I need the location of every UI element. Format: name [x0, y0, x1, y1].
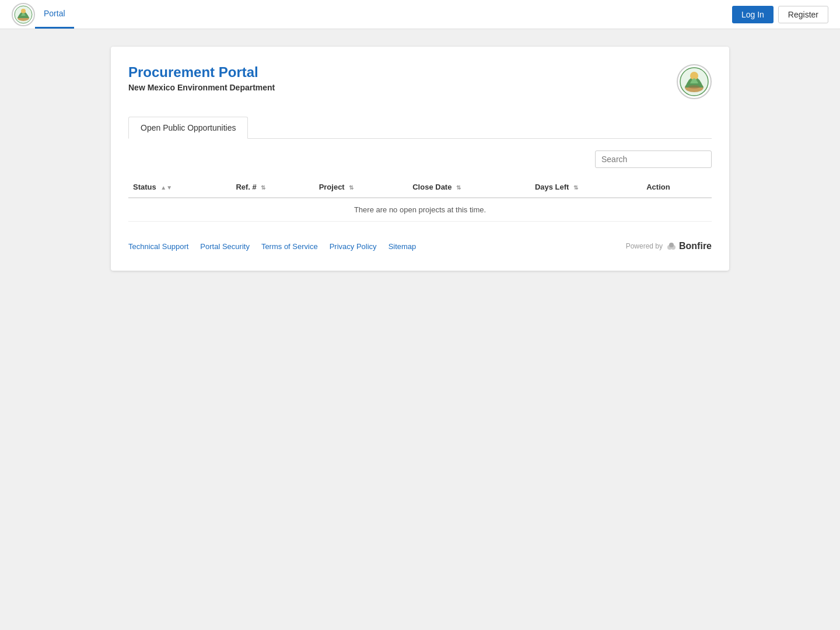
empty-row: There are no open projects at this time. [128, 198, 712, 222]
opportunities-table: Status ▲▼ Ref. # ⇅ Project ⇅ Close Date … [128, 177, 712, 222]
footer-link-terms-of-service[interactable]: Terms of Service [261, 242, 318, 251]
portal-header: Procurement Portal New Mexico Environmen… [128, 64, 712, 99]
nav-link-portal[interactable]: Portal [35, 0, 74, 29]
sort-icon-project: ⇅ [349, 184, 354, 191]
nav-links: Portal [35, 0, 74, 29]
col-status[interactable]: Status ▲▼ [128, 177, 231, 198]
portal-logo [677, 64, 712, 99]
nav-logo [12, 3, 35, 26]
sort-icon-close-date: ⇅ [456, 184, 461, 191]
search-input[interactable] [595, 150, 712, 168]
footer-link-privacy-policy[interactable]: Privacy Policy [330, 242, 377, 251]
tab-open-public-opportunities[interactable]: Open Public Opportunities [128, 117, 248, 139]
powered-by: Powered by Bonfire [626, 239, 712, 253]
table-body: There are no open projects at this time. [128, 198, 712, 222]
col-action: Action [642, 177, 712, 198]
login-button[interactable]: Log In [732, 6, 774, 23]
table-header: Status ▲▼ Ref. # ⇅ Project ⇅ Close Date … [128, 177, 712, 198]
sort-icon-status: ▲▼ [160, 184, 172, 191]
top-navigation: Portal Log In Register [0, 0, 840, 29]
portal-title: Procurement Portal [128, 64, 275, 80]
col-project[interactable]: Project ⇅ [314, 177, 408, 198]
svg-point-9 [669, 243, 674, 247]
bonfire-icon [666, 239, 677, 253]
portal-subtitle: New Mexico Environment Department [128, 83, 275, 92]
svg-point-6 [688, 85, 700, 89]
col-ref[interactable]: Ref. # ⇅ [231, 177, 314, 198]
svg-point-2 [21, 9, 26, 13]
sort-icon-days-left: ⇅ [573, 184, 578, 191]
footer-link-portal-security[interactable]: Portal Security [200, 242, 250, 251]
sort-icon-ref: ⇅ [261, 184, 265, 191]
powered-by-text: Powered by [626, 242, 663, 250]
portal-title-block: Procurement Portal New Mexico Environmen… [128, 64, 275, 92]
page-wrapper: Procurement Portal New Mexico Environmen… [99, 29, 741, 288]
register-button[interactable]: Register [778, 6, 828, 23]
nav-buttons: Log In Register [732, 6, 828, 23]
footer-link-sitemap[interactable]: Sitemap [388, 242, 416, 251]
footer-link-technical-support[interactable]: Technical Support [128, 242, 188, 251]
bonfire-text: Bonfire [679, 241, 712, 251]
footer-links: Technical Support Portal Security Terms … [128, 242, 416, 251]
tabs: Open Public Opportunities [128, 117, 712, 139]
portal-footer: Technical Support Portal Security Terms … [128, 239, 712, 253]
empty-message: There are no open projects at this time. [128, 198, 712, 222]
col-days-left[interactable]: Days Left ⇅ [530, 177, 642, 198]
col-close-date[interactable]: Close Date ⇅ [408, 177, 530, 198]
bonfire-logo: Bonfire [666, 239, 712, 253]
search-area [128, 150, 712, 168]
portal-card: Procurement Portal New Mexico Environmen… [111, 47, 729, 271]
